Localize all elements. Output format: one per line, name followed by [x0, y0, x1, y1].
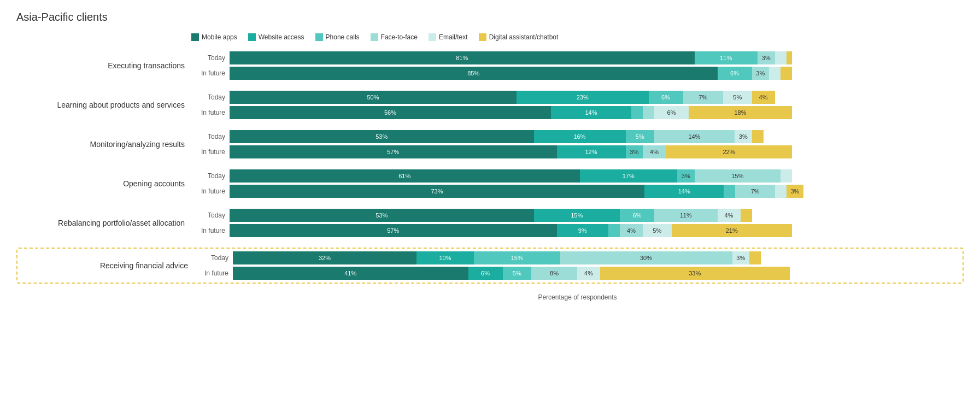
legend: Mobile appsWebsite accessPhone callsFace… [191, 33, 964, 41]
bar: 61%17%3%15% [230, 169, 803, 183]
bar-row: In future73%14%7%3% [191, 184, 964, 198]
row-sublabel: Today [191, 172, 230, 180]
legend-item: Email/text [429, 33, 468, 41]
bar-segment [752, 130, 764, 143]
bar-segment: 4% [718, 209, 741, 222]
bar-segment: 4% [620, 224, 643, 237]
legend-item: Face-to-face [371, 33, 418, 41]
bar-segment: 4% [643, 145, 666, 158]
bar: 50%23%6%7%5%4% [230, 91, 803, 104]
bar-segment: 10% [416, 251, 474, 264]
bar-segment: 41% [233, 267, 468, 280]
bar-segment: 9% [557, 224, 609, 237]
row-sublabel: Today [191, 211, 230, 219]
bar-segment: 32% [233, 251, 416, 264]
bar-segment: 3% [677, 169, 695, 183]
bar: 81%11%3% [230, 51, 803, 64]
bar-segment: 50% [230, 91, 517, 104]
bar: 53%16%5%14%3% [230, 130, 803, 143]
category-label: Monitoring/analyzing results [16, 139, 191, 149]
row-group: Receiving financial adviceToday32%10%15%… [16, 248, 964, 284]
bar-row: Today50%23%6%7%5%4% [191, 90, 964, 104]
bar-segment [749, 251, 761, 264]
bar-segment: 5% [503, 267, 532, 280]
row-sublabel: Today [195, 254, 233, 262]
bar-segment: 33% [600, 267, 790, 280]
axis-label: Percentage of respondents [191, 293, 964, 301]
bar: 32%10%15%30%3% [233, 251, 807, 264]
category-label: Rebalancing portfolio/asset allocation [16, 218, 191, 228]
bar: 85%6%3% [230, 67, 803, 80]
bar-segment: 18% [689, 106, 792, 119]
legend-item: Website access [248, 33, 304, 41]
bar-segment: 61% [230, 169, 580, 183]
bar-segment: 14% [644, 185, 724, 198]
row-group: Learning about products and servicesToda… [16, 90, 964, 120]
bar-segment: 15% [534, 209, 620, 222]
bar: 41%6%5%8%4%33% [233, 267, 807, 280]
bar: 56%14%6%18% [230, 106, 803, 119]
bar-segment: 3% [735, 130, 752, 143]
bar-segment: 5% [723, 91, 752, 104]
chart-title: Asia-Pacific clients [16, 11, 964, 23]
row-sublabel: Today [191, 133, 230, 140]
bar-segment: 53% [230, 209, 534, 222]
bar-segment: 12% [557, 145, 626, 158]
bar-segment: 6% [654, 106, 689, 119]
bar-segment: 6% [620, 209, 654, 222]
bar: 53%15%6%11%4% [230, 209, 803, 222]
row-sublabel: In future [191, 227, 230, 234]
bar-segment: 3% [626, 145, 643, 158]
legend-item: Digital assistant/chatbot [479, 33, 559, 41]
bar-segment: 6% [718, 67, 752, 80]
bar-segment: 73% [230, 185, 644, 198]
bar-segment: 56% [230, 106, 551, 119]
bar-segment: 6% [468, 267, 503, 280]
row-sublabel: In future [195, 269, 233, 277]
bar-segment: 3% [752, 67, 770, 80]
bar-segment: 16% [534, 130, 626, 143]
bar-row: In future57%12%3%4%22% [191, 145, 964, 159]
bar: 57%12%3%4%22% [230, 145, 803, 158]
bar-segment [775, 185, 787, 198]
bar-segment: 5% [643, 224, 672, 237]
bar-row: Today61%17%3%15% [191, 169, 964, 183]
row-group: Opening accountsToday61%17%3%15%In futur… [16, 169, 964, 198]
bar-segment: 85% [230, 67, 718, 80]
bar-segment: 7% [735, 185, 775, 198]
bar-row: In future85%6%3% [191, 66, 964, 80]
bar-segment: 15% [474, 251, 560, 264]
bar-segment: 81% [230, 51, 695, 64]
bar-row: Today53%16%5%14%3% [191, 130, 964, 144]
bar-segment [724, 185, 735, 198]
bar-segment: 4% [577, 267, 600, 280]
legend-item: Mobile apps [191, 33, 237, 41]
bar-row: In future56%14%6%18% [191, 105, 964, 120]
bar-segment: 30% [560, 251, 732, 264]
bar-segment: 23% [517, 91, 649, 104]
row-group: Rebalancing portfolio/asset allocationTo… [16, 208, 964, 238]
bar-segment: 3% [787, 185, 803, 198]
bar-segment: 3% [732, 251, 750, 264]
bar-segment: 7% [683, 91, 724, 104]
legend-item: Phone calls [315, 33, 360, 41]
bar-row: Today53%15%6%11%4% [191, 208, 964, 222]
bar-row: Today32%10%15%30%3% [195, 251, 960, 265]
category-label: Executing transactions [16, 61, 191, 70]
bar-segment: 53% [230, 130, 534, 143]
row-group: Monitoring/analyzing resultsToday53%16%5… [16, 130, 964, 159]
bar: 73%14%7%3% [230, 185, 803, 198]
bar-segment: 17% [580, 169, 678, 183]
category-label: Receiving financial advice [20, 261, 195, 270]
bar-segment: 4% [752, 91, 775, 104]
bar-segment: 8% [531, 267, 577, 280]
bar-segment: 57% [230, 224, 557, 237]
category-label: Learning about products and services [16, 100, 191, 110]
row-sublabel: In future [191, 148, 230, 156]
bar-segment: 57% [230, 145, 557, 158]
bar-segment [643, 106, 654, 119]
row-group: Executing transactionsToday81%11%3%In fu… [16, 51, 964, 80]
bar-segment: 15% [695, 169, 781, 183]
bar-segment [741, 209, 752, 222]
bar-row: Today81%11%3% [191, 51, 964, 65]
